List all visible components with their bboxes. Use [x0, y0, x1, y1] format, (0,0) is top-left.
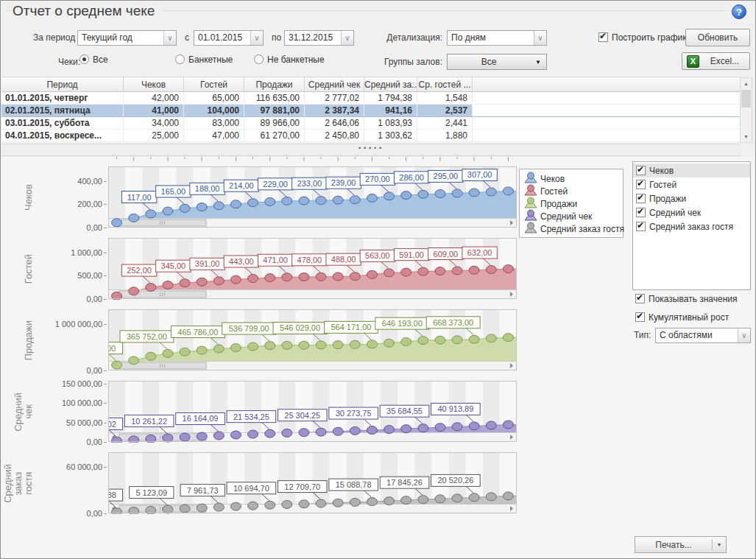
value-cell: 41,000 [124, 105, 184, 116]
svg-text:2 777,02: 2 777,02 [108, 420, 116, 429]
table-header-cell[interactable]: Период [1, 77, 124, 92]
detail-label: Детализация: [354, 30, 442, 46]
scrollbar-thumb[interactable] [741, 90, 751, 108]
print-button[interactable]: Печать... ▼ [635, 536, 727, 553]
excel-button[interactable]: X Excel... [682, 52, 750, 70]
checks-radio-1[interactable]: Банкетные [175, 55, 233, 65]
report-window: Отчет о среднем чеке ? За период Текущий… [0, 0, 756, 559]
chevron-down-icon[interactable]: ∨ [250, 31, 263, 45]
series-item-4[interactable]: ✔Средний чек [633, 205, 750, 219]
table-header-cell[interactable]: Чеков [124, 77, 184, 92]
series-item-label: Средний чек [649, 208, 701, 218]
table-chart-splitter[interactable]: ····· [1, 144, 741, 156]
checkbox-icon: ✔ [636, 194, 646, 203]
series-item-label: Чеков [649, 166, 674, 176]
chart-hscrollbar[interactable] [109, 219, 517, 228]
chart-hscrollbar[interactable] [109, 362, 517, 370]
radio-label: Не банкетные [267, 55, 325, 65]
detail-combobox[interactable]: По дням ∨ [447, 30, 547, 46]
chart-y-axis: 1 000,00500,000,00 [34, 238, 108, 300]
checkbox-icon: ✔ [636, 222, 646, 231]
value-cell: 1 083,93 [364, 117, 417, 129]
refresh-button[interactable]: Обновить [685, 29, 750, 46]
radio-label: Банкетные [188, 55, 233, 65]
chart-row-5: Средний заказ гостя60 000,000,001 794,38… [1, 452, 517, 514]
svg-text:391,00: 391,00 [195, 259, 220, 268]
series-item-label: Продажи [649, 194, 686, 204]
value-cell: 65,000 [184, 92, 244, 104]
svg-text:546 029,00: 546 029,00 [280, 323, 320, 332]
y-tick-label: 0,00 [35, 509, 108, 518]
svg-text:30 273,75: 30 273,75 [336, 409, 372, 418]
chart-hscrollbar[interactable] [109, 290, 517, 299]
y-tick-label: 50 000,00 [35, 418, 108, 427]
hall-groups-dropdown[interactable]: Все ▼ [447, 54, 547, 70]
type-combobox[interactable]: С областями ∨ [655, 328, 751, 343]
chart-row-3: Продажи1 000 000,000,00116 635,00365 752… [1, 309, 517, 371]
chart-plot-area: 1 794,385 123,097 961,7310 694,7012 709,… [108, 452, 517, 514]
scroll-down-icon[interactable]: ▼ [741, 131, 752, 142]
chart-row-1: Чеков400,00200,000,00117,00165,00188,002… [1, 166, 517, 228]
dropdown-arrow-icon[interactable]: ▼ [713, 542, 726, 547]
checks-radio-0[interactable]: Все [80, 55, 108, 65]
table-row[interactable]: 01.01.2015, четверг42,00065,000116 635,0… [1, 92, 741, 105]
period-combobox[interactable]: Текущий год ∨ [77, 30, 177, 46]
area-series-icon [523, 221, 538, 236]
chevron-down-icon[interactable]: ∨ [534, 31, 546, 45]
y-tick-label: 100 000,00 [35, 398, 108, 407]
value-cell: 104,000 [184, 105, 244, 116]
checks-label: Чеки: [58, 55, 80, 70]
date-to-combobox[interactable]: 31.12.2015 ∨ [284, 30, 354, 46]
svg-text:1 794,38: 1 794,38 [108, 491, 116, 499]
row-filler [473, 117, 741, 129]
svg-text:609,00: 609,00 [434, 250, 459, 259]
date-from-combobox[interactable]: 01.01.2015 ∨ [194, 30, 264, 46]
svg-text:188,00: 188,00 [195, 184, 220, 193]
table-header-cell[interactable]: Гостей [184, 77, 244, 92]
table-header-row: ПериодЧековГостейПродажиСредний чекСредн… [1, 77, 741, 92]
chevron-down-icon[interactable]: ∨ [341, 31, 353, 45]
table-header-cell[interactable]: Средний за... [364, 77, 417, 92]
y-tick-label: 500,00 [35, 271, 108, 280]
table-header-cell[interactable]: Продажи [244, 77, 305, 92]
series-item-5[interactable]: ✔Средний заказ гостя [633, 219, 750, 233]
svg-text:591,00: 591,00 [399, 250, 424, 259]
table-row[interactable]: 03.01.2015, суббота34,00083,00089 966,00… [1, 117, 741, 130]
value-cell: 2,537 [417, 105, 473, 116]
svg-text:365 752,00: 365 752,00 [127, 332, 167, 341]
table-header-cell[interactable]: Ср. гостей ... [417, 77, 473, 92]
svg-text:10 261,22: 10 261,22 [131, 417, 167, 426]
svg-text:5 123,09: 5 123,09 [135, 488, 167, 497]
cumulative-checkbox[interactable]: ✔Кумулятивный рост [635, 312, 729, 323]
svg-text:35 684,55: 35 684,55 [386, 407, 423, 415]
radio-icon [254, 55, 264, 64]
checkbox-icon: ✔ [635, 294, 645, 303]
table-vertical-scrollbar[interactable]: ▲ ▼ [740, 77, 752, 143]
value-cell: 47,000 [184, 130, 244, 141]
svg-text:16 164,09: 16 164,09 [183, 414, 219, 423]
scroll-up-icon[interactable]: ▲ [741, 78, 752, 89]
y-tick-label: 60 000,00 [35, 463, 108, 471]
table-header-cell[interactable]: Средний чек [305, 77, 364, 92]
series-item-3[interactable]: ✔Продажи [633, 191, 750, 205]
table-row[interactable]: 04.01.2015, воскресе...25,00047,00061 27… [1, 130, 741, 142]
series-item-2[interactable]: ✔Гостей [633, 177, 750, 191]
hall-groups-label: Группы залов: [354, 55, 442, 70]
series-item-1[interactable]: ✔Чеков [633, 164, 750, 177]
value-cell: 97 881,00 [244, 105, 305, 116]
checkbox-icon: ✔ [598, 32, 608, 42]
chevron-down-icon[interactable]: ∨ [738, 328, 750, 342]
show-values-checkbox[interactable]: ✔Показывать значения [635, 294, 738, 304]
series-checklist: ✔Чеков✔Гостей✔Продажи✔Средний чек✔Средни… [632, 161, 751, 290]
chart-svg: 252,00345,00391,00443,00471,00478,00488,… [108, 238, 517, 300]
check-mark: ✔ [637, 164, 644, 175]
radio-label: Все [93, 55, 108, 65]
chevron-down-icon[interactable]: ∨ [163, 31, 176, 45]
table-row[interactable]: 02.01.2015, пятница41,000104,00097 881,0… [1, 105, 741, 117]
build-chart-checkbox[interactable]: ✔Построить график [598, 32, 686, 43]
period-cell: 02.01.2015, пятница [1, 105, 124, 116]
row-filler [473, 92, 741, 104]
help-icon[interactable]: ? [732, 4, 746, 19]
y-tick-label: 0,00 [35, 223, 108, 232]
checks-radio-2[interactable]: Не банкетные [254, 55, 325, 65]
